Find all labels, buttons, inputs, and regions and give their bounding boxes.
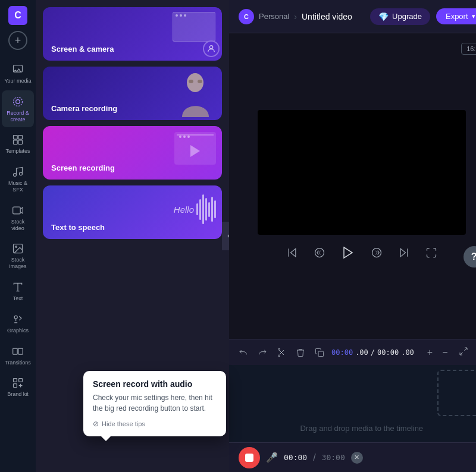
screen-recording-preview [174,132,216,165]
svg-rect-16 [19,379,23,382]
recording-total-time: 30:00 [322,453,345,462]
rewind-button[interactable] [311,244,328,261]
screen-recording-label: Screen recording [51,163,115,172]
delete-button[interactable] [293,345,308,360]
svg-point-7 [14,174,17,177]
brand-kit-icon [11,376,24,389]
upgrade-button[interactable]: 💎 Upgrade [370,8,430,25]
play-button[interactable] [339,243,358,262]
tts-preview: Hello [174,194,216,224]
skip-forward-button[interactable] [396,244,412,261]
text-to-speech-card[interactable]: Text to speech Hello [43,185,222,239]
wave-bar-5 [208,202,210,217]
topbar: C Personal › Untitled video 💎 Upgrade Ex… [229,0,476,33]
sidebar-item-music-sfx[interactable]: Music & SFX [2,161,34,198]
screen-camera-thumbnail [173,12,217,55]
svg-rect-3 [14,136,18,140]
sidebar-item-stock-images[interactable]: Stock images [2,237,34,275]
svg-point-12 [14,316,17,319]
audio-wave [196,194,216,224]
redo-button[interactable] [255,345,270,360]
sidebar-item-your-media[interactable]: Your media [2,58,34,89]
help-button[interactable]: ? [464,246,476,268]
recording-close-button[interactable]: ✕ [351,452,363,464]
skip-back-button[interactable] [284,244,300,261]
cut-button[interactable] [274,345,289,360]
sidebar-label-stock-video: Stock video [4,219,32,232]
sidebar-label-your-media: Your media [4,78,31,84]
sidebar-item-record-create[interactable]: Record & create [2,90,34,128]
timeline-track-area[interactable]: ✋ Drag and drop media to the timeline [229,365,476,442]
wave-bar-1 [196,203,198,215]
sidebar-item-stock-video[interactable]: Stock video [2,199,34,237]
sidebar-item-text[interactable]: Text [2,276,34,307]
svg-point-18 [209,46,212,49]
sidebar-label-graphics: Graphics [7,328,29,334]
undo-button[interactable] [236,345,250,360]
svg-rect-13 [13,348,18,354]
timeline-empty-label: Drag and drop media to the timeline [229,424,476,433]
transitions-icon [11,345,24,358]
hide-tips-button[interactable]: ⊘ Hide these tips [93,420,217,428]
sidebar-label-music-sfx: Music & SFX [4,180,32,193]
wave-bar-7 [214,200,216,218]
svg-point-21 [198,80,202,83]
app-logo[interactable]: C [8,6,27,25]
sidebar-label-record-create: Record & create [4,110,32,123]
svg-point-27 [278,355,280,357]
gem-icon: 💎 [378,12,389,21]
time-display: 00:00 .00 / 00:00 .00 [331,348,414,357]
sidebar-label-text: Text [13,295,23,302]
current-time-ms: .00 [355,348,368,357]
total-time-ms: .00 [401,348,414,357]
sidebar-label-stock-images: Stock images [4,257,32,270]
svg-point-20 [189,80,193,83]
current-time: 00:00 [331,348,353,357]
plus-icon: + [15,34,21,47]
zoom-add-button[interactable]: + [424,346,436,359]
mic-icon: 🎤 [266,452,278,463]
video-title[interactable]: Untitled video [302,12,352,21]
dot-1 [176,14,178,17]
screen-recording-card[interactable]: Screen recording [43,126,222,180]
fullscreen-button[interactable] [423,244,440,261]
sidebar-item-templates[interactable]: Templates [2,128,34,159]
export-button[interactable]: Export ▾ [436,8,476,24]
sidebar-item-transitions[interactable]: Transitions [2,340,34,371]
wave-bar-2 [199,199,201,220]
record-stop-button[interactable] [239,447,260,468]
dot-2 [180,14,182,17]
panel-collapse-button[interactable] [222,222,229,250]
wave-bar-3 [202,194,204,224]
time-separator: / [371,348,375,357]
workspace-name[interactable]: Personal [259,12,289,21]
aspect-ratio-badge[interactable]: 16:9 [461,43,476,55]
video-player[interactable] [258,110,466,235]
breadcrumb: C Personal › Untitled video [239,9,364,24]
timeline-zoom-controls: + − [424,346,452,359]
stock-video-icon [11,204,24,217]
sidebar-label-transitions: Transitions [5,360,31,366]
tooltip-body: Check your mic settings here, then hit t… [93,392,217,414]
camera-recording-card[interactable]: Camera recording [43,67,222,120]
graphics-icon [11,313,24,326]
svg-point-23 [315,248,324,257]
screen-camera-card[interactable]: Screen & camera [43,7,222,61]
your-media-icon [11,63,24,76]
camera-person-preview [171,67,219,120]
player-controls [284,243,440,262]
tooltip-title: Screen record with audio [93,379,217,389]
svg-rect-29 [318,351,324,357]
fast-forward-button[interactable] [368,244,385,261]
sidebar-item-graphics[interactable]: Graphics [2,308,34,339]
camera-overlay [203,40,220,57]
zoom-remove-button[interactable]: − [439,346,451,359]
sidebar-item-brand-kit[interactable]: Brand kit [2,372,34,402]
add-button[interactable]: + [8,31,27,50]
svg-rect-5 [14,140,18,144]
svg-rect-17 [14,384,17,388]
sidebar-label-brand-kit: Brand kit [7,391,29,398]
copy-frame-button[interactable] [312,345,327,360]
fit-timeline-button[interactable] [456,344,471,360]
tooltip-popup: Screen record with audio Check your mic … [83,371,226,436]
